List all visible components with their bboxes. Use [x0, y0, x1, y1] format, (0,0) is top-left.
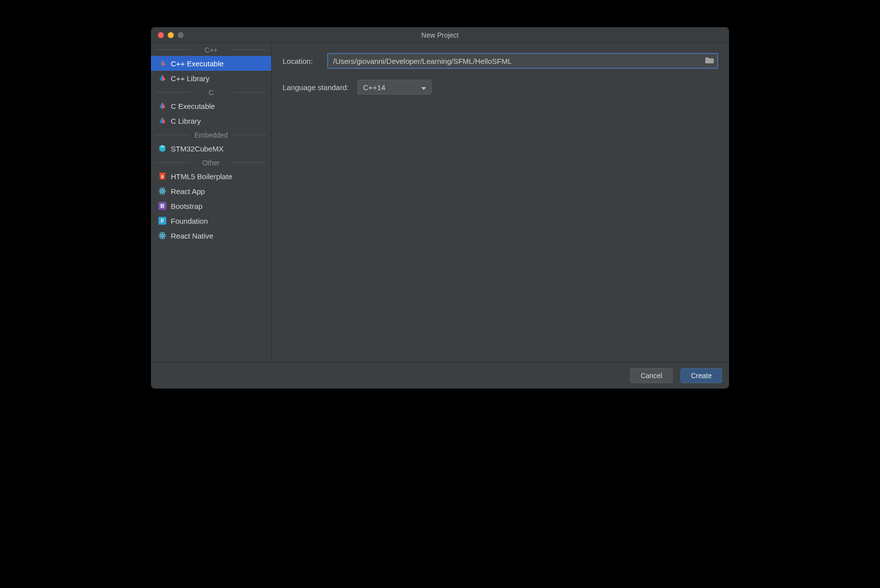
sidebar-item-label: HTML5 Boilerplate [171, 172, 232, 181]
sidebar-item-bootstrap[interactable]: BBootstrap [151, 198, 271, 213]
sidebar-section-header: C [151, 86, 271, 98]
create-button[interactable]: Create [681, 368, 722, 383]
language-standard-select[interactable]: C++14 [357, 80, 432, 95]
sidebar-item-label: C++ Executable [171, 59, 224, 68]
sidebar-item-html5-boilerplate[interactable]: 5HTML5 Boilerplate [151, 169, 271, 184]
sidebar-item-label: Bootstrap [171, 202, 202, 210]
svg-text:B: B [160, 203, 164, 209]
sidebar-item-label: C Library [171, 117, 201, 125]
sidebar-section-header: Other [151, 156, 271, 169]
sidebar-section-header: Embedded [151, 128, 271, 141]
form-panel: Location: Language standard: C++14 [272, 43, 729, 362]
bootstrap-icon: B [158, 201, 167, 210]
location-input[interactable] [333, 57, 702, 65]
chevron-down-icon [421, 83, 426, 92]
foundation-icon: F [158, 216, 167, 225]
svg-text:5: 5 [161, 174, 163, 179]
sidebar-item-cpp-library[interactable]: C++ Library [151, 71, 271, 86]
svg-point-9 [162, 235, 163, 237]
cube-icon [158, 144, 167, 153]
language-standard-label: Language standard: [283, 83, 348, 92]
language-standard-row: Language standard: C++14 [283, 80, 718, 95]
window-controls [151, 32, 184, 38]
clion-icon [158, 101, 167, 110]
location-field-wrap[interactable] [327, 53, 718, 69]
sidebar-item-label: C Executable [171, 102, 215, 110]
svg-point-1 [162, 191, 163, 192]
window-title: New Project [151, 31, 729, 39]
titlebar: New Project [151, 27, 729, 43]
location-label: Location: [283, 57, 318, 65]
dialog-body: C++C++ ExecutableC++ LibraryCC Executabl… [151, 43, 729, 362]
sidebar-item-label: React App [171, 187, 205, 196]
clion-icon [158, 59, 167, 68]
maximize-window-button[interactable] [178, 32, 184, 38]
dialog-footer: Cancel Create [151, 362, 729, 389]
sidebar-item-label: React Native [171, 232, 213, 240]
sidebar-item-c-library[interactable]: C Library [151, 113, 271, 128]
close-window-button[interactable] [158, 32, 164, 38]
browse-folder-icon[interactable] [705, 56, 714, 65]
language-standard-value: C++14 [363, 83, 385, 92]
clion-icon [158, 116, 167, 125]
sidebar-item-c-executable[interactable]: C Executable [151, 98, 271, 113]
cancel-button[interactable]: Cancel [630, 368, 673, 383]
sidebar-item-stm32cubemx[interactable]: STM32CubeMX [151, 141, 271, 156]
new-project-dialog: New Project C++C++ ExecutableC++ Library… [151, 27, 729, 389]
location-row: Location: [283, 53, 718, 69]
sidebar-item-react-native[interactable]: React Native [151, 228, 271, 243]
svg-text:F: F [161, 218, 164, 224]
sidebar-item-label: Foundation [171, 217, 208, 225]
sidebar-item-react-app[interactable]: React App [151, 184, 271, 198]
project-type-sidebar: C++C++ ExecutableC++ LibraryCC Executabl… [151, 43, 272, 362]
clion-icon [158, 74, 167, 83]
sidebar-item-foundation[interactable]: FFoundation [151, 213, 271, 228]
minimize-window-button[interactable] [168, 32, 174, 38]
react-icon [158, 187, 167, 196]
html5-icon: 5 [158, 172, 167, 181]
sidebar-item-cpp-executable[interactable]: C++ Executable [151, 56, 271, 71]
sidebar-item-label: STM32CubeMX [171, 145, 224, 153]
react-icon [158, 231, 167, 240]
sidebar-item-label: C++ Library [171, 74, 209, 83]
sidebar-section-header: C++ [151, 43, 271, 56]
